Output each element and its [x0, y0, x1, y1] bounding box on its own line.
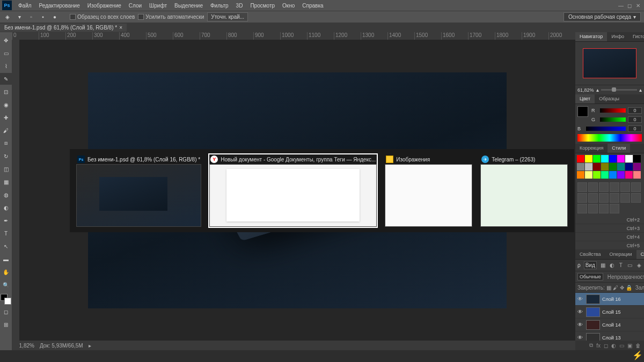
adjustment-icon[interactable]: [610, 193, 619, 203]
task-switcher-window[interactable]: YНовый документ - Google Документы, груп…: [209, 154, 377, 227]
adjustment-icon[interactable]: [620, 182, 630, 192]
visibility-icon[interactable]: 👁: [576, 335, 584, 341]
history-brush-tool[interactable]: ↻: [0, 150, 12, 162]
crop-tool[interactable]: ⊡: [0, 86, 12, 98]
brush-size-icon[interactable]: ●: [50, 13, 59, 21]
style-swatch[interactable]: [585, 163, 592, 171]
filter-type-icon[interactable]: T: [618, 262, 624, 269]
green-slider[interactable]: [600, 117, 626, 122]
filter-pixel-icon[interactable]: ▦: [600, 262, 606, 269]
task-switcher-window[interactable]: ✈Telegram – (2263): [480, 154, 568, 227]
hand-tool[interactable]: ✋: [0, 266, 12, 278]
layer-row[interactable]: 👁Слой 14: [575, 319, 644, 331]
style-swatch[interactable]: [617, 171, 625, 179]
visibility-icon[interactable]: 👁: [576, 296, 584, 302]
red-slider[interactable]: [600, 108, 626, 113]
blue-value[interactable]: 0: [628, 125, 642, 132]
tab-properties[interactable]: Свойства: [575, 250, 605, 259]
healing-tool[interactable]: ✚: [0, 112, 12, 123]
adjustment-icon[interactable]: [599, 204, 609, 213]
task-switcher-window[interactable]: PsБез имени-1.psd @ 61,8% (Слой 16, RGB/…: [76, 154, 201, 227]
visibility-icon[interactable]: 👁: [576, 322, 584, 328]
adjustment-icon[interactable]: [588, 182, 598, 192]
menu-редактирование[interactable]: Редактирование: [36, 2, 83, 10]
style-swatch[interactable]: [585, 171, 592, 179]
adjustment-icon[interactable]: [577, 193, 587, 203]
red-value[interactable]: 0: [628, 107, 642, 114]
status-arrow-icon[interactable]: ▸: [89, 343, 91, 349]
stamp-tool[interactable]: ⧇: [0, 137, 12, 149]
lock-position-icon[interactable]: ✥: [620, 284, 624, 291]
layer-mask-icon[interactable]: ◻: [604, 343, 608, 349]
type-tool[interactable]: T: [0, 227, 12, 239]
blur-tool[interactable]: ◍: [0, 189, 12, 201]
refine-edge-button[interactable]: Уточн. край...: [207, 12, 248, 21]
style-swatch[interactable]: [625, 155, 633, 162]
style-swatch[interactable]: [633, 163, 641, 171]
eyedropper-tool[interactable]: ◉: [0, 99, 12, 110]
style-swatch[interactable]: [633, 171, 641, 179]
tab-info[interactable]: Инфо: [607, 32, 628, 41]
layer-row[interactable]: 👁Слой 13: [575, 331, 644, 341]
lock-all-icon[interactable]: 🔒: [626, 284, 632, 291]
green-value[interactable]: 0: [628, 116, 642, 123]
menu-слои[interactable]: Слои: [126, 2, 145, 10]
shape-tool[interactable]: ▬: [0, 253, 12, 265]
menu-справка[interactable]: Справка: [299, 2, 326, 10]
task-switcher-window[interactable]: Изображения: [385, 154, 472, 227]
close-icon[interactable]: ✕: [634, 2, 642, 9]
style-swatch[interactable]: [593, 171, 601, 179]
screen-mode-tool[interactable]: ⊞: [0, 319, 12, 330]
sample-all-option[interactable]: Образец со всех слоев: [70, 14, 135, 20]
adjustment-icon[interactable]: [599, 182, 609, 192]
style-swatch[interactable]: [577, 171, 584, 179]
style-swatch[interactable]: [633, 155, 641, 162]
layer-row[interactable]: 👁Слой 16: [575, 293, 644, 306]
marquee-tool[interactable]: ▭: [0, 47, 12, 59]
tab-navigator[interactable]: Навигатор: [575, 32, 607, 41]
link-layers-icon[interactable]: ⧉: [589, 342, 593, 349]
layer-fx-icon[interactable]: fx: [596, 343, 601, 349]
zoom-in-icon[interactable]: ▴: [639, 87, 642, 93]
color-swatch[interactable]: [1, 294, 11, 305]
menu-3d[interactable]: 3D: [233, 2, 246, 10]
pen-tool[interactable]: ✒: [0, 215, 12, 226]
tab-styles[interactable]: Стили: [608, 144, 630, 153]
auto-enhance-option[interactable]: Усилить автоматически: [138, 14, 204, 20]
style-swatch[interactable]: [585, 155, 592, 162]
menu-изображение[interactable]: Изображение: [84, 2, 125, 10]
menu-файл[interactable]: Файл: [15, 2, 35, 10]
tab-actions[interactable]: Операции: [605, 250, 636, 259]
style-swatch[interactable]: [593, 155, 601, 162]
filter-adjust-icon[interactable]: ◐: [609, 262, 615, 269]
navigator-thumbnail[interactable]: [583, 48, 636, 78]
zoom-out-icon[interactable]: ▴: [596, 87, 599, 93]
menu-просмотр[interactable]: Просмотр: [247, 2, 278, 10]
adjustment-icon[interactable]: [588, 204, 598, 213]
color-current-swatch[interactable]: [577, 106, 588, 117]
adjustment-icon[interactable]: [577, 182, 587, 192]
lock-paint-icon[interactable]: 🖌: [613, 284, 618, 291]
filter-shape-icon[interactable]: ▭: [627, 262, 633, 269]
layer-row[interactable]: 👁Слой 15: [575, 306, 644, 319]
adjustment-icon[interactable]: [599, 193, 609, 203]
active-tool-icon[interactable]: ◈: [3, 13, 12, 21]
selection-sub-icon[interactable]: ▪: [39, 13, 47, 21]
minimize-icon[interactable]: —: [617, 2, 625, 9]
new-layer-icon[interactable]: ▣: [627, 343, 632, 349]
delete-layer-icon[interactable]: 🗑: [635, 343, 641, 349]
maximize-icon[interactable]: ◻: [626, 2, 633, 9]
workspace-selector[interactable]: Основная рабочая среда▾: [564, 12, 641, 21]
style-swatch[interactable]: [609, 171, 617, 179]
gradient-tool[interactable]: ▦: [0, 176, 12, 188]
adjustment-icon[interactable]: [588, 193, 598, 203]
style-swatch[interactable]: [609, 155, 617, 162]
style-swatch[interactable]: [601, 155, 609, 162]
menu-фильтр[interactable]: Фильтр: [207, 2, 232, 10]
tab-layers[interactable]: Слои: [636, 250, 644, 259]
tab-histogram[interactable]: Гистограмма: [628, 32, 644, 41]
brush-tool[interactable]: 🖌: [0, 124, 12, 136]
menu-выделение[interactable]: Выделение: [171, 2, 206, 10]
quick-mask-tool[interactable]: ◻: [0, 306, 12, 317]
adjustment-icon[interactable]: [577, 204, 587, 213]
